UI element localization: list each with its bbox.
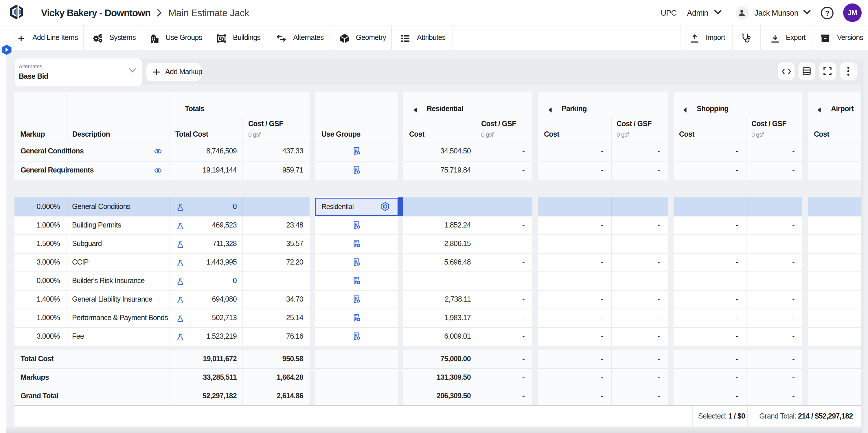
svg-text:?: ?	[825, 9, 829, 18]
